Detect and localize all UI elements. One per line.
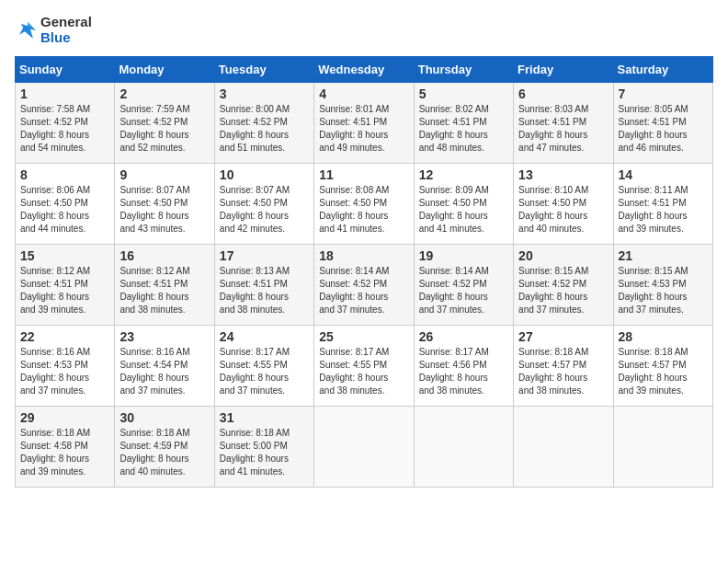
calendar-day-cell: 12 Sunrise: 8:09 AMSunset: 4:50 PMDaylig… xyxy=(414,164,513,245)
day-number: 21 xyxy=(619,248,708,263)
calendar-day-cell: 5 Sunrise: 8:02 AMSunset: 4:51 PMDayligh… xyxy=(414,83,513,164)
day-number: 25 xyxy=(319,329,408,344)
calendar-day-cell: 25 Sunrise: 8:17 AMSunset: 4:55 PMDaylig… xyxy=(314,326,414,407)
calendar-day-cell: 31 Sunrise: 8:18 AMSunset: 5:00 PMDaylig… xyxy=(214,407,313,488)
day-header-thursday: Thursday xyxy=(414,57,513,83)
day-number: 11 xyxy=(319,167,408,182)
calendar-day-cell: 13 Sunrise: 8:10 AMSunset: 4:50 PMDaylig… xyxy=(514,164,613,245)
day-number: 10 xyxy=(220,167,309,182)
day-number: 22 xyxy=(20,329,109,344)
day-number: 4 xyxy=(319,86,408,101)
day-number: 26 xyxy=(419,329,508,344)
day-number: 12 xyxy=(419,167,508,182)
calendar-day-cell: 27 Sunrise: 8:18 AMSunset: 4:57 PMDaylig… xyxy=(514,326,613,407)
day-number: 7 xyxy=(619,86,708,101)
day-info: Sunrise: 8:00 AMSunset: 4:52 PMDaylight:… xyxy=(220,103,309,155)
calendar-day-cell: 29 Sunrise: 8:18 AMSunset: 4:58 PMDaylig… xyxy=(16,407,115,488)
logo-text: General Blue xyxy=(40,15,92,45)
day-number: 3 xyxy=(220,86,309,101)
day-info: Sunrise: 8:16 AMSunset: 4:54 PMDaylight:… xyxy=(119,346,209,397)
calendar-day-cell: 18 Sunrise: 8:14 AMSunset: 4:52 PMDaylig… xyxy=(314,245,414,326)
calendar-table: SundayMondayTuesdayWednesdayThursdayFrid… xyxy=(15,56,713,488)
calendar-day-cell: 16 Sunrise: 8:12 AMSunset: 4:51 PMDaylig… xyxy=(115,245,214,326)
calendar-day-cell: 2 Sunrise: 7:59 AMSunset: 4:52 PMDayligh… xyxy=(115,83,214,164)
calendar-day-cell xyxy=(314,407,414,488)
day-info: Sunrise: 8:16 AMSunset: 4:53 PMDaylight:… xyxy=(20,346,109,397)
day-info: Sunrise: 8:14 AMSunset: 4:52 PMDaylight:… xyxy=(419,265,508,316)
day-info: Sunrise: 8:06 AMSunset: 4:50 PMDaylight:… xyxy=(20,184,109,236)
day-number: 24 xyxy=(220,329,309,344)
day-number: 8 xyxy=(20,167,109,182)
day-info: Sunrise: 7:58 AMSunset: 4:52 PMDaylight:… xyxy=(20,103,109,155)
day-number: 5 xyxy=(419,86,508,101)
calendar-day-cell xyxy=(514,407,613,488)
svg-marker-0 xyxy=(19,22,36,39)
calendar-day-cell: 15 Sunrise: 8:12 AMSunset: 4:51 PMDaylig… xyxy=(16,245,115,326)
day-info: Sunrise: 8:17 AMSunset: 4:55 PMDaylight:… xyxy=(220,346,309,397)
day-number: 1 xyxy=(20,86,109,101)
day-info: Sunrise: 8:18 AMSunset: 5:00 PMDaylight:… xyxy=(220,427,309,478)
calendar-day-cell: 6 Sunrise: 8:03 AMSunset: 4:51 PMDayligh… xyxy=(514,83,613,164)
calendar-day-cell: 3 Sunrise: 8:00 AMSunset: 4:52 PMDayligh… xyxy=(214,83,313,164)
day-info: Sunrise: 8:07 AMSunset: 4:50 PMDaylight:… xyxy=(119,184,209,236)
calendar-day-cell: 21 Sunrise: 8:15 AMSunset: 4:53 PMDaylig… xyxy=(613,245,712,326)
day-number: 6 xyxy=(518,86,608,101)
calendar-day-cell: 26 Sunrise: 8:17 AMSunset: 4:56 PMDaylig… xyxy=(414,326,513,407)
day-info: Sunrise: 7:59 AMSunset: 4:52 PMDaylight:… xyxy=(119,103,209,155)
calendar-day-cell: 19 Sunrise: 8:14 AMSunset: 4:52 PMDaylig… xyxy=(414,245,513,326)
day-number: 9 xyxy=(119,167,209,182)
day-info: Sunrise: 8:18 AMSunset: 4:59 PMDaylight:… xyxy=(119,427,209,478)
calendar-week-1: 1 Sunrise: 7:58 AMSunset: 4:52 PMDayligh… xyxy=(16,83,713,164)
calendar-day-cell xyxy=(613,407,712,488)
calendar-day-cell: 1 Sunrise: 7:58 AMSunset: 4:52 PMDayligh… xyxy=(16,83,115,164)
day-number: 15 xyxy=(20,248,109,263)
calendar-day-cell: 10 Sunrise: 8:07 AMSunset: 4:50 PMDaylig… xyxy=(214,164,313,245)
day-info: Sunrise: 8:15 AMSunset: 4:52 PMDaylight:… xyxy=(518,265,608,316)
day-info: Sunrise: 8:18 AMSunset: 4:58 PMDaylight:… xyxy=(20,427,109,478)
page-header: General Blue xyxy=(15,15,713,45)
calendar-day-cell: 11 Sunrise: 8:08 AMSunset: 4:50 PMDaylig… xyxy=(314,164,414,245)
calendar-week-4: 22 Sunrise: 8:16 AMSunset: 4:53 PMDaylig… xyxy=(16,326,713,407)
calendar-day-cell: 17 Sunrise: 8:13 AMSunset: 4:51 PMDaylig… xyxy=(214,245,313,326)
calendar-day-cell: 23 Sunrise: 8:16 AMSunset: 4:54 PMDaylig… xyxy=(115,326,214,407)
day-number: 28 xyxy=(619,329,708,344)
day-info: Sunrise: 8:02 AMSunset: 4:51 PMDaylight:… xyxy=(419,103,508,155)
day-info: Sunrise: 8:10 AMSunset: 4:50 PMDaylight:… xyxy=(518,184,608,236)
day-header-monday: Monday xyxy=(115,57,214,83)
calendar-week-5: 29 Sunrise: 8:18 AMSunset: 4:58 PMDaylig… xyxy=(16,407,713,488)
day-info: Sunrise: 8:17 AMSunset: 4:55 PMDaylight:… xyxy=(319,346,408,397)
day-number: 20 xyxy=(518,248,608,263)
day-info: Sunrise: 8:03 AMSunset: 4:51 PMDaylight:… xyxy=(518,103,608,155)
day-info: Sunrise: 8:01 AMSunset: 4:51 PMDaylight:… xyxy=(319,103,408,155)
calendar-day-cell: 24 Sunrise: 8:17 AMSunset: 4:55 PMDaylig… xyxy=(214,326,313,407)
day-info: Sunrise: 8:09 AMSunset: 4:50 PMDaylight:… xyxy=(419,184,508,236)
day-number: 31 xyxy=(220,410,309,425)
calendar-day-cell: 8 Sunrise: 8:06 AMSunset: 4:50 PMDayligh… xyxy=(16,164,115,245)
calendar-day-cell: 30 Sunrise: 8:18 AMSunset: 4:59 PMDaylig… xyxy=(115,407,214,488)
day-number: 2 xyxy=(119,86,209,101)
day-info: Sunrise: 8:17 AMSunset: 4:56 PMDaylight:… xyxy=(419,346,508,397)
day-header-friday: Friday xyxy=(514,57,613,83)
day-info: Sunrise: 8:08 AMSunset: 4:50 PMDaylight:… xyxy=(319,184,408,236)
calendar-day-cell: 9 Sunrise: 8:07 AMSunset: 4:50 PMDayligh… xyxy=(115,164,214,245)
day-info: Sunrise: 8:15 AMSunset: 4:53 PMDaylight:… xyxy=(619,265,708,316)
calendar-day-cell: 22 Sunrise: 8:16 AMSunset: 4:53 PMDaylig… xyxy=(16,326,115,407)
day-number: 14 xyxy=(619,167,708,182)
day-number: 13 xyxy=(518,167,608,182)
day-info: Sunrise: 8:11 AMSunset: 4:51 PMDaylight:… xyxy=(619,184,708,236)
day-info: Sunrise: 8:12 AMSunset: 4:51 PMDaylight:… xyxy=(20,265,109,316)
day-info: Sunrise: 8:18 AMSunset: 4:57 PMDaylight:… xyxy=(619,346,708,397)
calendar-day-cell: 20 Sunrise: 8:15 AMSunset: 4:52 PMDaylig… xyxy=(514,245,613,326)
calendar-day-cell xyxy=(414,407,513,488)
day-number: 17 xyxy=(220,248,309,263)
logo: General Blue xyxy=(15,15,92,45)
day-header-tuesday: Tuesday xyxy=(214,57,313,83)
day-info: Sunrise: 8:05 AMSunset: 4:51 PMDaylight:… xyxy=(619,103,708,155)
day-number: 30 xyxy=(119,410,209,425)
day-info: Sunrise: 8:07 AMSunset: 4:50 PMDaylight:… xyxy=(220,184,309,236)
day-number: 27 xyxy=(518,329,608,344)
day-number: 29 xyxy=(20,410,109,425)
day-number: 19 xyxy=(419,248,508,263)
day-number: 18 xyxy=(319,248,408,263)
calendar-day-cell: 14 Sunrise: 8:11 AMSunset: 4:51 PMDaylig… xyxy=(613,164,712,245)
